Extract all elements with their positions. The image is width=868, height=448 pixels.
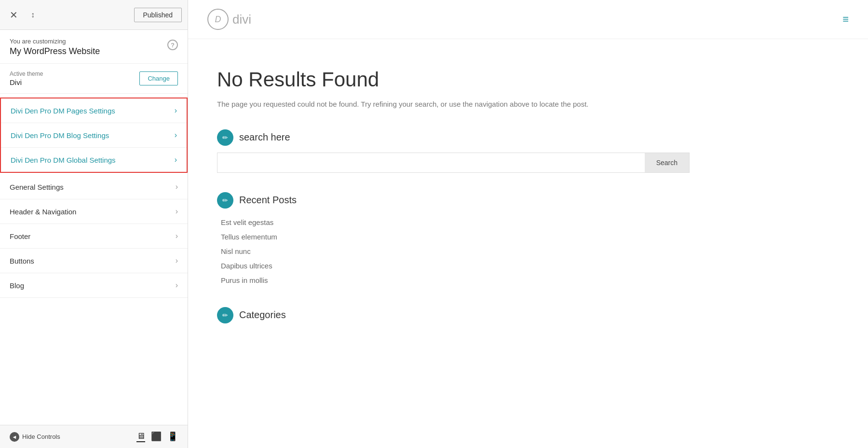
list-item: Nisl nunc — [221, 244, 690, 259]
chevron-icon-pages: › — [175, 106, 177, 115]
no-results-description: The page you requested could not be foun… — [217, 99, 690, 110]
chevron-icon-footer: › — [176, 232, 178, 240]
search-edit-icon[interactable]: ✏ — [217, 129, 233, 146]
menu-item-label-general: General Settings — [10, 183, 64, 191]
search-input[interactable] — [217, 153, 645, 172]
list-item: Est velit egestas — [221, 215, 690, 230]
recent-posts-edit-icon[interactable]: ✏ — [217, 192, 233, 209]
categories-widget: ✏ Categories — [217, 307, 690, 323]
active-theme-label: Active theme — [10, 70, 43, 77]
menu-item-label-blog: Blog — [10, 281, 24, 290]
recent-posts-title: Recent Posts — [239, 195, 297, 206]
post-link-1[interactable]: Est velit egestas — [221, 218, 273, 226]
chevron-icon-general: › — [176, 182, 178, 191]
hide-controls-label: Hide Controls — [22, 433, 60, 440]
close-button[interactable]: ✕ — [6, 7, 21, 23]
menu-item-footer[interactable]: Footer › — [0, 224, 188, 249]
list-item: Tellus elementum — [221, 230, 690, 244]
view-icons-group: 🖥 ⬛ 📱 — [136, 431, 178, 442]
sort-button[interactable]: ↕ — [25, 7, 41, 23]
recent-posts-widget: ✏ Recent Posts Est velit egestas Tellus … — [217, 192, 690, 288]
menu-item-label-footer: Footer — [10, 232, 30, 240]
help-icon[interactable]: ? — [167, 40, 178, 50]
chevron-icon-buttons: › — [176, 256, 178, 265]
categories-edit-icon[interactable]: ✏ — [217, 307, 233, 323]
tablet-view-icon[interactable]: ⬛ — [151, 431, 162, 442]
desktop-view-icon[interactable]: 🖥 — [136, 431, 145, 442]
customizing-title: My WordPress Website — [10, 46, 100, 56]
pencil-icon: ✏ — [222, 134, 228, 141]
published-button[interactable]: Published — [134, 8, 182, 22]
chevron-icon-global: › — [175, 155, 177, 164]
hamburger-icon[interactable]: ≡ — [842, 13, 849, 26]
regular-menu-section: General Settings › Header & Navigation ›… — [0, 175, 188, 298]
search-widget-title: search here — [239, 132, 290, 143]
post-link-5[interactable]: Purus in mollis — [221, 276, 268, 284]
menu-item-buttons[interactable]: Buttons › — [0, 249, 188, 273]
search-submit-button[interactable]: Search — [645, 153, 689, 172]
menu-item-header-navigation[interactable]: Header & Navigation › — [0, 199, 188, 224]
active-theme-name: Divi — [10, 78, 43, 86]
categories-widget-header: ✏ Categories — [217, 307, 690, 323]
recent-posts-widget-header: ✏ Recent Posts — [217, 192, 690, 209]
categories-title: Categories — [239, 309, 286, 321]
pencil-icon-categories: ✏ — [222, 311, 228, 319]
search-bar: Search — [217, 153, 690, 173]
menu-item-global-settings[interactable]: Divi Den Pro DM Global Settings › — [1, 148, 187, 172]
chevron-icon-blog: › — [175, 131, 177, 140]
divi-logo-circle: D — [207, 9, 229, 30]
post-link-2[interactable]: Tellus elementum — [221, 233, 277, 241]
no-results-title: No Results Found — [217, 68, 690, 91]
recent-posts-list: Est velit egestas Tellus elementum Nisl … — [217, 215, 690, 288]
top-bar: ✕ ↕ Published — [0, 0, 188, 30]
menu-item-label-header: Header & Navigation — [10, 208, 76, 216]
highlighted-menu-section: Divi Den Pro DM Pages Settings › Divi De… — [0, 98, 188, 173]
hide-controls-button[interactable]: ◄ Hide Controls — [10, 432, 60, 442]
list-item: Dapibus ultrices — [221, 259, 690, 273]
menu-item-label-global-settings: Divi Den Pro DM Global Settings — [11, 156, 116, 164]
search-widget-header: ✏ search here — [217, 129, 690, 146]
divi-logo: D divi — [207, 9, 251, 30]
preview-content: No Results Found The page you requested … — [188, 39, 719, 362]
bottom-bar: ◄ Hide Controls 🖥 ⬛ 📱 — [0, 425, 188, 448]
pencil-icon-recent: ✏ — [222, 196, 228, 204]
menu-item-general-settings[interactable]: General Settings › — [0, 175, 188, 199]
menu-item-pages-settings[interactable]: Divi Den Pro DM Pages Settings › — [1, 98, 187, 123]
change-theme-button[interactable]: Change — [139, 71, 178, 85]
customizing-section: You are customizing My WordPress Website… — [0, 30, 188, 64]
customizer-panel: ✕ ↕ Published You are customizing My Wor… — [0, 0, 188, 448]
hide-controls-arrow-icon: ◄ — [10, 432, 19, 442]
preview-header: D divi ≡ — [188, 0, 868, 39]
list-item: Purus in mollis — [221, 273, 690, 288]
customizing-subtitle: You are customizing — [10, 38, 100, 45]
divi-logo-text: divi — [232, 12, 251, 27]
menu-item-blog[interactable]: Blog › — [0, 273, 188, 298]
mobile-view-icon[interactable]: 📱 — [167, 431, 178, 442]
menu-item-label-pages-settings: Divi Den Pro DM Pages Settings — [11, 107, 115, 115]
post-link-3[interactable]: Nisl nunc — [221, 247, 251, 255]
chevron-icon-blog-regular: › — [176, 281, 178, 290]
chevron-icon-header: › — [176, 207, 178, 216]
active-theme-section: Active theme Divi Change — [0, 64, 188, 94]
menu-item-blog-settings[interactable]: Divi Den Pro DM Blog Settings › — [1, 123, 187, 148]
search-widget: ✏ search here Search — [217, 129, 690, 173]
preview-panel: D divi ≡ No Results Found The page you r… — [188, 0, 868, 448]
menu-item-label-buttons: Buttons — [10, 257, 34, 265]
post-link-4[interactable]: Dapibus ultrices — [221, 262, 272, 270]
menu-item-label-blog-settings: Divi Den Pro DM Blog Settings — [11, 131, 109, 140]
